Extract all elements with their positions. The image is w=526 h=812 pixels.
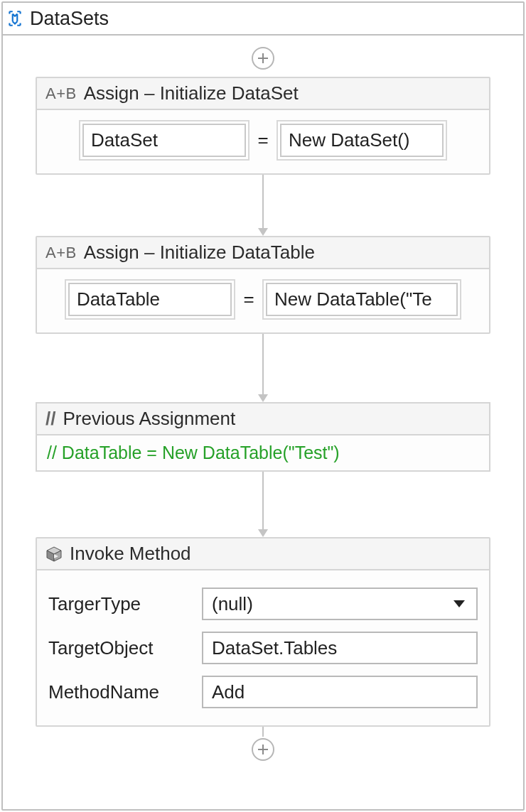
sequence-body: A+B Assign – Initialize DataSet DataSet …: [3, 36, 523, 809]
targer-type-label: TargerType: [48, 593, 190, 615]
method-name-row: MethodName Add: [48, 676, 478, 708]
assign-row: DataSet = New DataSet(): [48, 120, 478, 161]
activity-header[interactable]: // Previous Assignment: [37, 404, 489, 435]
assign-initialize-datatable-activity[interactable]: A+B Assign – Initialize DataTable DataTa…: [36, 236, 490, 334]
activity-title: Assign – Initialize DataTable: [84, 242, 315, 264]
flow-arrow: [258, 472, 268, 537]
activity-header[interactable]: A+B Assign – Initialize DataTable: [37, 237, 489, 269]
comment-icon: //: [45, 408, 55, 430]
activity-header[interactable]: Invoke Method: [37, 538, 489, 570]
assign-value-field[interactable]: New DataSet(): [280, 124, 444, 157]
comment-text: // DataTable = New DataTable("Test"): [37, 435, 489, 470]
assign-icon: A+B: [45, 244, 77, 262]
assign-icon: A+B: [45, 85, 77, 103]
targer-type-row: TargerType (null): [48, 588, 478, 620]
assign-to-field[interactable]: DataSet: [82, 124, 246, 157]
add-activity-bottom-button[interactable]: [252, 738, 274, 761]
flow-stub: [262, 727, 264, 737]
target-object-label: TargetObject: [48, 637, 190, 659]
assign-to-field-wrap: DataTable: [65, 279, 235, 320]
activity-title: Assign – Initialize DataSet: [84, 82, 299, 104]
flow-arrow: [258, 334, 268, 402]
equals-sign: =: [242, 288, 255, 310]
invoke-method-activity[interactable]: Invoke Method TargerType (null) TargetOb…: [36, 537, 490, 727]
targer-type-dropdown[interactable]: (null): [202, 588, 478, 620]
activity-title: Previous Assignment: [63, 408, 235, 430]
sequence-activity[interactable]: DataSets A+B Assign – Initialize DataSet…: [1, 1, 525, 811]
sequence-header[interactable]: DataSets: [3, 3, 523, 36]
target-object-row: TargetObject DataSet.Tables: [48, 632, 478, 664]
activity-body: DataSet = New DataSet(): [37, 110, 489, 173]
target-object-field[interactable]: DataSet.Tables: [202, 632, 478, 664]
assign-value-field-wrap: New DataTable("Te: [262, 279, 461, 320]
invoke-method-icon: [45, 546, 63, 563]
activity-body: TargerType (null) TargetObject DataSet.T…: [37, 570, 489, 725]
activity-body: DataTable = New DataTable("Te: [37, 269, 489, 332]
activity-header[interactable]: A+B Assign – Initialize DataSet: [37, 78, 489, 110]
sequence-title: DataSets: [30, 8, 109, 30]
assign-to-field-wrap: DataSet: [79, 120, 249, 161]
activity-title: Invoke Method: [70, 543, 191, 565]
method-name-label: MethodName: [48, 681, 190, 703]
assign-initialize-dataset-activity[interactable]: A+B Assign – Initialize DataSet DataSet …: [36, 77, 490, 175]
assign-value-field[interactable]: New DataTable("Te: [266, 283, 458, 316]
equals-sign: =: [257, 129, 269, 151]
comment-activity[interactable]: // Previous Assignment // DataTable = Ne…: [36, 402, 490, 472]
sequence-icon: [6, 9, 24, 28]
assign-row: DataTable = New DataTable("Te: [48, 279, 478, 320]
flow-arrow: [258, 175, 268, 236]
add-activity-top-button[interactable]: [252, 47, 274, 70]
assign-value-field-wrap: New DataSet(): [277, 120, 447, 161]
method-name-field[interactable]: Add: [202, 676, 478, 708]
assign-to-field[interactable]: DataTable: [68, 283, 232, 316]
